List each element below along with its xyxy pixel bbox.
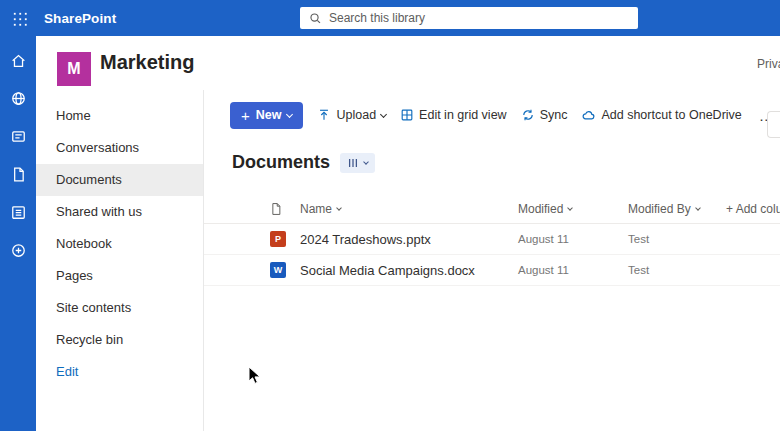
search-box[interactable]	[300, 7, 638, 29]
rail-home-button[interactable]	[6, 50, 30, 70]
chevron-down-icon	[380, 110, 387, 117]
edit-grid-view-label: Edit in grid view	[419, 108, 507, 122]
site-title: Marketing	[100, 51, 194, 74]
chevron-down-icon	[363, 159, 369, 165]
documents-table: Name Modified Modified By + Add column P…	[204, 194, 780, 286]
app-launcher-button[interactable]	[0, 0, 38, 36]
new-button-label: New	[256, 108, 282, 122]
library-content: + New Upload Edit in grid view Sync	[204, 90, 780, 431]
table-row[interactable]: W Social Media Campaigns.docx August 11 …	[204, 255, 780, 286]
search-input[interactable]	[329, 9, 629, 27]
chevron-down-icon	[286, 110, 293, 117]
chevron-down-icon	[568, 205, 574, 211]
command-bar: + New Upload Edit in grid view Sync	[204, 100, 780, 130]
file-name-link[interactable]: 2024 Tradeshows.pptx	[300, 232, 518, 247]
sync-label: Sync	[540, 108, 568, 122]
upload-icon	[317, 108, 331, 122]
list-icon	[10, 204, 27, 221]
column-header-modified[interactable]: Modified	[518, 202, 628, 216]
sidebar-item-edit[interactable]: Edit	[36, 356, 203, 388]
column-header-name[interactable]: Name	[300, 202, 518, 216]
file-type-column-header[interactable]	[266, 202, 300, 216]
file-type-cell: P	[266, 231, 300, 247]
edit-grid-view-button[interactable]: Edit in grid view	[400, 108, 507, 122]
site-nav: Home Conversations Documents Shared with…	[36, 90, 204, 431]
view-columns-icon	[347, 157, 359, 169]
site-logo[interactable]: M	[57, 52, 91, 86]
add-shortcut-label: Add shortcut to OneDrive	[601, 108, 741, 122]
app-name: SharePoint	[44, 11, 116, 26]
onedrive-cloud-icon	[581, 108, 596, 123]
globe-icon	[10, 90, 27, 107]
upload-button[interactable]: Upload	[317, 108, 386, 122]
home-icon	[10, 52, 27, 69]
upload-label: Upload	[336, 108, 376, 122]
rail-my-sites-button[interactable]	[6, 88, 30, 108]
site-privacy-label: Private group	[757, 57, 780, 71]
document-icon	[10, 166, 27, 183]
add-shortcut-onedrive-button[interactable]: Add shortcut to OneDrive	[581, 108, 741, 123]
search-icon	[309, 12, 322, 25]
sidebar-item-conversations[interactable]: Conversations	[36, 132, 203, 164]
news-icon	[10, 128, 27, 145]
modified-by-value: Test	[628, 233, 726, 245]
waffle-icon	[12, 11, 27, 26]
add-column-button[interactable]: + Add column	[726, 202, 780, 216]
view-selector-button[interactable]	[340, 153, 375, 173]
file-type-cell: W	[266, 262, 300, 278]
plus-circle-icon	[10, 242, 27, 259]
sync-icon	[521, 108, 535, 122]
column-header-modified-by[interactable]: Modified By	[628, 202, 726, 216]
chevron-down-icon	[336, 205, 342, 211]
sidebar-item-recycle-bin[interactable]: Recycle bin	[36, 324, 203, 356]
modified-by-value: Test	[628, 264, 726, 276]
suite-bar: SharePoint	[0, 0, 780, 36]
sidebar-item-pages[interactable]: Pages	[36, 260, 203, 292]
word-file-icon: W	[270, 262, 286, 278]
sidebar-item-shared-with-us[interactable]: Shared with us	[36, 196, 203, 228]
powerpoint-file-icon: P	[270, 231, 286, 247]
rail-my-lists-button[interactable]	[6, 202, 30, 222]
plus-icon: +	[241, 108, 250, 123]
mouse-cursor	[248, 366, 262, 386]
sidebar-item-notebook[interactable]: Notebook	[36, 228, 203, 260]
sidebar-item-home[interactable]: Home	[36, 100, 203, 132]
site-header: M Marketing Private group	[36, 36, 780, 90]
modified-value: August 11	[518, 264, 628, 276]
app-rail	[0, 36, 36, 431]
sidebar-item-site-contents[interactable]: Site contents	[36, 292, 203, 324]
table-header-row: Name Modified Modified By + Add column	[204, 194, 780, 224]
library-title: Documents	[232, 152, 330, 173]
rail-my-news-button[interactable]	[6, 126, 30, 146]
grid-icon	[400, 108, 414, 122]
chevron-down-icon	[695, 205, 701, 211]
new-button[interactable]: + New	[230, 102, 303, 129]
library-title-row: Documents	[232, 152, 375, 173]
collapsed-panel-button[interactable]	[767, 111, 780, 138]
modified-value: August 11	[518, 233, 628, 245]
rail-create-button[interactable]	[6, 240, 30, 260]
sync-button[interactable]: Sync	[521, 108, 568, 122]
document-type-icon	[269, 202, 283, 216]
file-name-link[interactable]: Social Media Campaigns.docx	[300, 263, 518, 278]
rail-my-files-button[interactable]	[6, 164, 30, 184]
sidebar-item-documents[interactable]: Documents	[36, 164, 203, 196]
table-row[interactable]: P 2024 Tradeshows.pptx August 11 Test	[204, 224, 780, 255]
